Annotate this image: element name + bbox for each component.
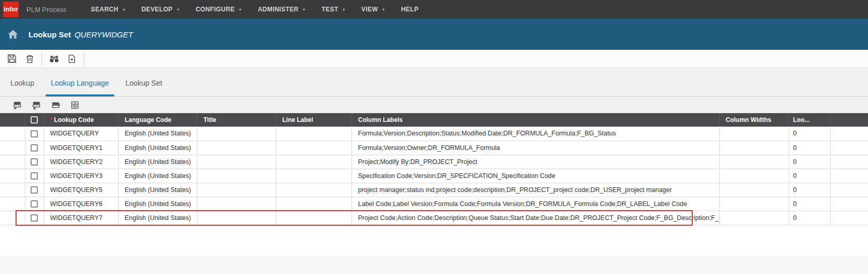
cell-column-labels[interactable]: project manager;status ind;project code;… [352, 183, 719, 197]
cell-title[interactable] [197, 197, 276, 211]
save-button[interactable] [3, 51, 21, 66]
cell-column-labels[interactable]: Label Code;Label Version;Formula Code;Fo… [352, 197, 719, 211]
grid-table: *Lookup Code Language Code Title Line La… [0, 113, 868, 225]
infor-logo[interactable]: infor [3, 2, 19, 17]
cell-column-widths[interactable] [719, 197, 789, 211]
cell-line-label[interactable] [276, 211, 352, 225]
cell-loo[interactable]: 0 [789, 183, 830, 197]
cell-line-label[interactable] [276, 183, 352, 197]
table-row[interactable]: WIDGETQUERY3 English (United States) Spe… [0, 169, 868, 183]
delete-button[interactable] [21, 51, 38, 66]
cell-title[interactable] [197, 183, 276, 197]
cell-loo[interactable]: 0 [789, 155, 830, 169]
table-row[interactable]: WIDGETQUERY5 English (United States) pro… [0, 183, 868, 197]
cell-language-code[interactable]: English (United States) [118, 197, 197, 211]
menu-item-test[interactable]: TEST ▼ [314, 0, 354, 19]
cell-column-widths[interactable] [719, 183, 789, 197]
chevron-down-icon: ▼ [382, 8, 385, 11]
column-header-language-code[interactable]: Language Code [118, 113, 197, 127]
tab-lookup-language[interactable]: Lookup Language [46, 79, 114, 96]
table-row[interactable]: WIDGETQUERY6 English (United States) Lab… [0, 197, 868, 211]
column-header-loo[interactable]: Loo... [789, 113, 830, 127]
lookup-language-grid: *Lookup Code Language Code Title Line La… [0, 113, 868, 225]
cell-lookup-code[interactable]: WIDGETQUERY [44, 127, 118, 141]
cell-title[interactable] [197, 169, 276, 183]
cell-language-code[interactable]: English (United States) [118, 169, 197, 183]
row-checkbox[interactable] [31, 200, 38, 208]
cell-language-code[interactable]: English (United States) [118, 183, 197, 197]
row-checkbox[interactable] [31, 172, 38, 180]
cell-line-label[interactable] [276, 197, 352, 211]
cell-loo[interactable]: 0 [789, 127, 830, 141]
select-all-checkbox[interactable] [31, 116, 38, 124]
cell-loo[interactable]: 0 [789, 197, 830, 211]
menu-item-configure[interactable]: CONFIGURE ▼ [188, 0, 250, 19]
cell-column-labels[interactable]: Project;Modify By;DR_PROJECT_Project [352, 155, 719, 169]
table-row[interactable]: WIDGETQUERY7 English (United States) Pro… [0, 211, 868, 225]
cell-lookup-code[interactable]: WIDGETQUERY7 [44, 211, 118, 225]
cell-loo[interactable]: 0 [789, 141, 830, 155]
cell-lookup-code[interactable]: WIDGETQUERY3 [44, 169, 118, 183]
row-number-header [0, 113, 25, 127]
cell-column-labels[interactable]: Specification Code;Version;DR_SPECFICATI… [352, 169, 719, 183]
cell-loo[interactable]: 0 [789, 169, 830, 183]
row-checkbox[interactable] [31, 144, 38, 152]
row-checkbox[interactable] [31, 214, 38, 222]
tab-lookup[interactable]: Lookup [5, 79, 39, 96]
cell-title[interactable] [197, 211, 276, 225]
cell-column-labels[interactable]: Formula;Version;Owner;DR_FORMULA_Formula [352, 141, 719, 155]
table-row[interactable]: WIDGETQUERY1 English (United States) For… [0, 141, 868, 155]
cell-lookup-code[interactable]: WIDGETQUERY2 [44, 155, 118, 169]
cell-lookup-code[interactable]: WIDGETQUERY6 [44, 197, 118, 211]
find-button[interactable] [45, 51, 63, 66]
page-title-entity: Lookup Set [29, 30, 71, 39]
cell-line-label[interactable] [276, 127, 352, 141]
row-checkbox[interactable] [31, 130, 38, 138]
cell-line-label[interactable] [276, 155, 352, 169]
delete-row-button[interactable] [31, 99, 42, 111]
cell-language-code[interactable]: English (United States) [118, 211, 197, 225]
cell-title[interactable] [197, 155, 276, 169]
cell-column-widths[interactable] [719, 169, 789, 183]
menu-item-administer[interactable]: ADMINISTER ▼ [250, 0, 314, 19]
cell-column-widths[interactable] [719, 211, 789, 225]
menu-item-view[interactable]: VIEW ▼ [354, 0, 394, 19]
row-checkbox[interactable] [31, 186, 38, 194]
column-header-column-labels[interactable]: Column Labels [352, 113, 719, 127]
table-row[interactable]: WIDGETQUERY English (United States) Form… [0, 127, 868, 141]
cell-title[interactable] [197, 127, 276, 141]
page-title: Lookup SetQUERYWIDGET [29, 30, 133, 39]
table-row[interactable]: WIDGETQUERY2 English (United States) Pro… [0, 155, 868, 169]
cell-overflow [830, 197, 868, 211]
row-checkbox[interactable] [31, 158, 38, 166]
column-header-column-widths[interactable]: Column Widths [719, 113, 789, 127]
cell-line-label[interactable] [276, 169, 352, 183]
copy-row-button[interactable] [50, 99, 61, 111]
add-row-button[interactable] [11, 99, 23, 111]
cell-language-code[interactable]: English (United States) [118, 127, 197, 141]
row-number-cell [0, 155, 25, 169]
column-header-line-label[interactable]: Line Label [276, 113, 352, 127]
cell-language-code[interactable]: English (United States) [118, 155, 197, 169]
menu-item-help[interactable]: HELP [393, 0, 426, 19]
translate-button[interactable] [69, 99, 80, 111]
column-header-title[interactable]: Title [197, 113, 276, 127]
cell-column-widths[interactable] [719, 141, 789, 155]
cell-column-labels[interactable]: Formula;Version;Description;Status;Modif… [352, 127, 719, 141]
cell-lookup-code[interactable]: WIDGETQUERY5 [44, 183, 118, 197]
new-document-button[interactable] [63, 51, 80, 66]
tab-lookup-set[interactable]: Lookup Set [120, 79, 167, 96]
cell-loo[interactable]: 0 [789, 211, 830, 225]
menu-item-develop[interactable]: DEVELOP ▼ [134, 0, 188, 19]
cell-language-code[interactable]: English (United States) [118, 141, 197, 155]
tab-bar: Lookup Lookup Language Lookup Set [0, 68, 868, 97]
cell-line-label[interactable] [276, 141, 352, 155]
home-button[interactable] [7, 29, 19, 40]
menu-item-search[interactable]: SEARCH ▼ [83, 0, 133, 19]
cell-column-labels[interactable]: Project Code;Action Code;Description;Que… [352, 211, 719, 225]
cell-lookup-code[interactable]: WIDGETQUERY1 [44, 141, 118, 155]
cell-title[interactable] [197, 141, 276, 155]
cell-column-widths[interactable] [719, 127, 789, 141]
column-header-lookup-code[interactable]: *Lookup Code [44, 113, 118, 127]
cell-column-widths[interactable] [719, 155, 789, 169]
